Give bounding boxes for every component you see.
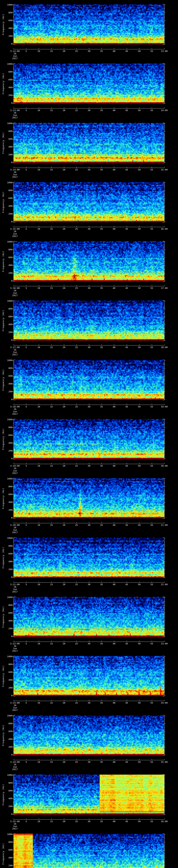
x-tick-label: 25 (73, 524, 80, 526)
y-tick-label: 400 (5, 560, 12, 563)
x-tick-label: 40 (111, 168, 118, 171)
x-end-time-label: 24:00 (159, 702, 170, 704)
x-tick-label: 10 (35, 643, 42, 645)
y-tick-label: 800 (5, 11, 12, 14)
x-tick-label: 55 (148, 406, 155, 408)
y-tick-label: 200 (5, 568, 12, 570)
x-start-time-label: 3:19:00 (6, 465, 24, 467)
x-tick-label: 40 (111, 287, 118, 289)
date-line: Jun (6, 470, 24, 472)
y-tick-label: 600 (5, 79, 12, 81)
y-tick-label: 600 (5, 197, 12, 199)
x-start-time-label: 3:14:00 (6, 168, 24, 171)
y-axis-title: Frequency (Hz) (2, 663, 4, 689)
x-tick-label: 50 (136, 50, 143, 53)
date-line: 16 (6, 645, 24, 647)
y-tick-label: 200 (5, 805, 12, 808)
y-tick-label: 200 (5, 687, 12, 689)
x-tick-label: 30 (86, 406, 92, 408)
y-tick-label: 0 (5, 753, 12, 756)
y-tick-label: 1000 (5, 181, 12, 184)
x-tick-label: 50 (136, 643, 143, 645)
x-tick-label: 40 (111, 228, 118, 230)
x-tick-label: 20 (60, 524, 67, 526)
y-tick-label: 400 (5, 442, 12, 444)
x-tick-label: 30 (86, 228, 92, 230)
date-line: Jun (6, 707, 24, 709)
x-end-time-label: 16:00 (159, 228, 170, 230)
x-tick-label: 30 (86, 168, 92, 171)
x-tick-label: 45 (123, 168, 130, 171)
y-tick-label: 200 (5, 153, 12, 156)
y-tick-label: 200 (5, 450, 12, 452)
y-tick-label: 1000 (5, 537, 12, 539)
date-line: 16 (6, 704, 24, 707)
y-tick-label: 800 (5, 308, 12, 310)
x-tick-label: 50 (136, 761, 143, 763)
x-end-time-label: 15:00 (159, 168, 170, 171)
x-start-time-label: 3:15:00 (6, 228, 24, 230)
y-axis-title: Frequency (Hz) (2, 189, 4, 215)
x-tick-label: 35 (98, 109, 105, 112)
x-tick-label: 15 (48, 583, 55, 586)
x-tick-label: 35 (98, 228, 105, 230)
y-tick-label: 1000 (5, 418, 12, 421)
x-tick-label: 35 (98, 50, 105, 53)
x-tick-label: 10 (35, 583, 42, 586)
date-line: 16 (6, 53, 24, 55)
date-line: Jun (6, 292, 24, 294)
y-tick-label: 1000 (5, 300, 12, 302)
y-tick-label: 600 (5, 730, 12, 733)
x-tick-label: 20 (60, 287, 67, 289)
y-tick-label: 400 (5, 27, 12, 30)
x-tick-label: 55 (148, 820, 155, 823)
x-tick-label: 45 (123, 346, 130, 349)
y-tick-label: 600 (5, 375, 12, 377)
y-tick-label: 400 (5, 205, 12, 207)
x-tick-label: 55 (148, 465, 155, 467)
date-line: 16 (6, 112, 24, 114)
y-tick-label: 0 (5, 339, 12, 341)
x-start-time-label: 3:20:00 (6, 524, 24, 526)
x-tick-label: 25 (73, 50, 80, 53)
y-tick-label: 400 (5, 857, 12, 859)
x-tick-label: 10 (35, 109, 42, 112)
y-tick-label: 1000 (5, 4, 12, 6)
x-tick-label: 55 (148, 168, 155, 171)
x-tick-label: 40 (111, 50, 118, 53)
spectrogram-image (0, 830, 178, 868)
y-tick-label: 600 (5, 671, 12, 673)
x-tick-label: 25 (73, 109, 80, 112)
x-tick-label: 40 (111, 465, 118, 467)
x-tick-label: 50 (136, 820, 143, 823)
x-end-time-label: 19:00 (159, 406, 170, 408)
y-tick-label: 400 (5, 86, 12, 89)
x-tick-label: 20 (60, 702, 67, 704)
date-line: 16 (6, 230, 24, 232)
y-axis-title: Frequency (Hz) (2, 367, 4, 393)
spectrogram-panel: Frequency (Hz)10008006004002000510152025… (0, 237, 178, 296)
x-tick-label: 25 (73, 168, 80, 171)
date-line: Jun (6, 55, 24, 57)
date-line: 16 (6, 526, 24, 529)
date-line: 16 (6, 763, 24, 766)
y-tick-label: 0 (5, 43, 12, 45)
x-start-time-label: 3:12:00 (6, 50, 24, 53)
y-tick-label: 1000 (5, 122, 12, 125)
x-end-time-label: 22:00 (159, 583, 170, 586)
x-tick-label: 40 (111, 346, 118, 349)
x-tick-label: 10 (35, 346, 42, 349)
x-tick-label: 25 (73, 761, 80, 763)
date-line: Jun (6, 174, 24, 176)
x-tick-label: 10 (35, 228, 42, 230)
date-line: Jun (6, 825, 24, 828)
x-tick-label: 30 (86, 50, 92, 53)
x-tick-label: 50 (136, 228, 143, 230)
x-tick-label: 50 (136, 346, 143, 349)
spectrogram-panel: Frequency (Hz)10008006004002000510152025… (0, 830, 178, 868)
x-tick-label: 40 (111, 643, 118, 645)
x-tick-label: 10 (35, 524, 42, 526)
date-line: 16 (6, 823, 24, 825)
y-tick-label: 400 (5, 264, 12, 267)
x-tick-label: 10 (35, 50, 42, 53)
